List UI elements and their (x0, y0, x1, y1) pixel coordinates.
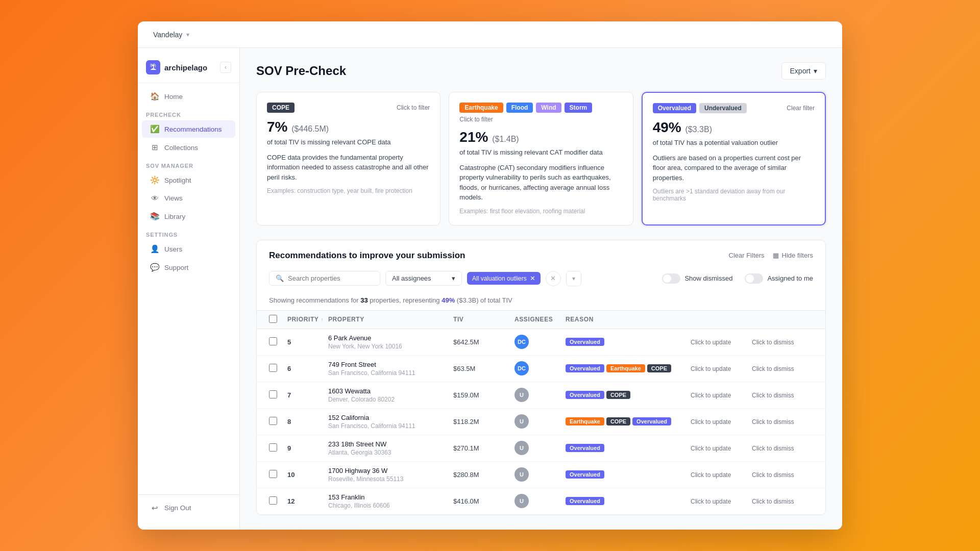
users-icon: 👤 (150, 244, 159, 254)
assignee-cell: U (514, 441, 566, 455)
assignee-select[interactable]: All assignees ▾ (385, 271, 462, 286)
sidebar-item-sign-out[interactable]: ↩ Sign Out (142, 499, 235, 517)
row-checkbox-3[interactable] (269, 390, 277, 398)
click-to-update-link[interactable]: Click to update (691, 498, 731, 505)
row-checkbox-4[interactable] (269, 417, 277, 425)
row-checkbox-6[interactable] (269, 470, 277, 478)
export-button[interactable]: Export ▾ (781, 62, 826, 80)
click-to-update-link[interactable]: Click to update (691, 339, 731, 346)
click-to-dismiss-link[interactable]: Click to dismiss (752, 445, 794, 452)
sidebar-item-support[interactable]: 💬 Support (142, 259, 235, 276)
assignee-avatar: DC (514, 361, 529, 375)
click-to-dismiss-link[interactable]: Click to dismiss (752, 392, 794, 399)
property-cell: 1603 Wewatta Denver, Colorado 80202 (328, 387, 453, 403)
sidebar-item-home[interactable]: 🏠 Home (142, 88, 235, 105)
select-all-checkbox[interactable] (269, 315, 277, 323)
assignee-avatar: U (514, 388, 529, 402)
clear-filters-button[interactable]: Clear Filters (729, 252, 765, 259)
cat-headline: of total TIV is missing relevant CAT mod… (459, 147, 622, 158)
filter-circle-button[interactable]: ✕ (546, 271, 561, 286)
page-title: SOV Pre-Check (256, 64, 346, 78)
click-to-update-link[interactable]: Click to update (691, 365, 731, 372)
cope-summary-card: COPE Click to filter 7% ($446.5M) of tot… (256, 92, 440, 226)
sidebar-collapse-button[interactable]: ‹ (220, 62, 231, 73)
cope-headline: of total TIV is missing relevant COPE da… (267, 137, 430, 147)
filter-chip-close[interactable]: ✕ (530, 274, 535, 282)
grid-icon: ⊞ (150, 143, 159, 152)
click-to-dismiss-link[interactable]: Click to dismiss (752, 471, 794, 479)
reason-tag-overvalued: Overvalued (566, 391, 604, 399)
search-box[interactable]: 🔍 (269, 271, 380, 286)
tiv-column-header[interactable]: TIV (453, 315, 514, 324)
views-icon: 👁 (150, 194, 159, 203)
property-column-header[interactable]: Property (328, 315, 453, 324)
click-to-update-link[interactable]: Click to update (691, 392, 731, 399)
tiv-cell: $416.0M (453, 497, 514, 505)
reason-tag-cope: COPE (606, 391, 630, 399)
assignees-column-header[interactable]: Assignees (514, 315, 566, 324)
sidebar-item-views[interactable]: 👁 Views (142, 190, 235, 207)
click-to-dismiss-link[interactable]: Click to dismiss (752, 365, 794, 372)
sidebar-item-users[interactable]: 👤 Users (142, 240, 235, 258)
expand-button[interactable]: ▾ (566, 271, 581, 286)
valuation-clear-filter-link[interactable]: Clear filter (787, 105, 815, 112)
sidebar: 🏝 archipelago ‹ 🏠 Home PRECHECK ✅ Recomm… (138, 48, 240, 530)
click-to-update-link[interactable]: Click to update (691, 445, 731, 452)
click-to-dismiss-link[interactable]: Click to dismiss (752, 339, 794, 346)
logo-icon: 🏝 (146, 60, 160, 74)
overvalued-tag: Overvalued (653, 103, 696, 113)
spotlight-icon: 🔆 (150, 176, 159, 185)
property-cell: 233 18th Street NW Atlanta, Georgia 3036… (328, 440, 453, 456)
show-dismissed-toggle[interactable] (662, 273, 680, 284)
sidebar-item-spotlight[interactable]: 🔆 Spotlight (142, 171, 235, 189)
assigned-to-me-label: Assigned to me (767, 274, 813, 282)
click-to-dismiss-link[interactable]: Click to dismiss (752, 418, 794, 425)
click-to-update-link[interactable]: Click to update (691, 471, 731, 479)
click-to-dismiss-link[interactable]: Click to dismiss (752, 498, 794, 505)
earthquake-tag: Earthquake (459, 103, 503, 113)
assignee-chevron-icon: ▾ (452, 274, 455, 282)
click-to-update-link[interactable]: Click to update (691, 418, 731, 425)
dismiss-cell: Click to dismiss (752, 444, 813, 452)
search-input[interactable] (288, 274, 374, 282)
table-row: 7 1603 Wewatta Denver, Colorado 80202 $1… (257, 382, 825, 409)
filters-row: 🔍 All assignees ▾ All valuation outliers… (257, 267, 825, 292)
reason-tag-overvalued: Overvalued (566, 470, 604, 479)
sidebar-item-library[interactable]: 📚 Library (142, 208, 235, 225)
row-checkbox-5[interactable] (269, 443, 277, 452)
views-label: Views (164, 194, 183, 202)
cat-filter-link[interactable]: Click to filter (459, 116, 493, 123)
toggles-row: Show dismissed Assigned to me (662, 273, 813, 284)
table-row: 10 1700 Highway 36 W Roseville, Minnesot… (257, 462, 825, 488)
update-cell: Click to update (691, 418, 752, 425)
reason-tag-earthquake: Earthquake (566, 417, 604, 425)
cope-filter-link[interactable]: Click to filter (397, 104, 430, 111)
tiv-cell: $270.1M (453, 444, 514, 452)
table-row: 6 749 Front Street San Francisco, Califo… (257, 356, 825, 382)
assignee-avatar: U (514, 494, 529, 508)
assigned-to-me-toggle[interactable] (745, 273, 763, 284)
cope-example: Examples: construction type, year built,… (267, 187, 430, 194)
tiv-cell: $642.5M (453, 338, 514, 346)
row-checkbox-2[interactable] (269, 364, 277, 372)
cat-summary-card: Earthquake Flood Wind Storm Click to fil… (449, 92, 633, 226)
dismiss-cell: Click to dismiss (752, 497, 813, 505)
priority-column-header[interactable]: Priority ↑ (287, 315, 328, 324)
org-selector[interactable]: Vandelay ▾ (148, 28, 194, 42)
sidebar-item-recommendations[interactable]: ✅ Recommendations (142, 120, 235, 138)
sidebar-home-label: Home (164, 93, 183, 101)
row-checkbox-1[interactable] (269, 337, 277, 345)
sidebar-item-collections[interactable]: ⊞ Collections (142, 139, 235, 156)
reason-tag-cope: COPE (606, 417, 630, 425)
priority-cell: 8 (287, 418, 328, 425)
reason-cell: Overvalued COPE (566, 391, 691, 399)
reason-cell: Overvalued (566, 338, 691, 346)
dismiss-cell: Click to dismiss (752, 365, 813, 372)
reason-column-header[interactable]: Reason (566, 315, 691, 324)
valuation-headline: of total TIV has a potential valuation o… (653, 138, 815, 148)
assignee-avatar: DC (514, 335, 529, 349)
row-checkbox-7[interactable] (269, 496, 277, 505)
hide-filters-button[interactable]: ▦ Hide filters (773, 252, 813, 259)
assignee-select-label: All assignees (392, 274, 431, 282)
precheck-section-label: PRECHECK (138, 106, 239, 120)
